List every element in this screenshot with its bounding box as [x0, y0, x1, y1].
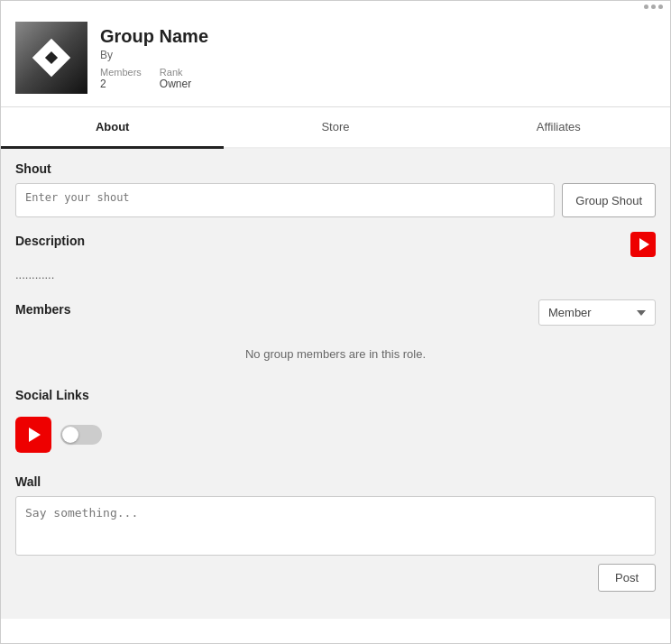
- group-info: Group Name By Members 2 Rank Owner: [100, 26, 208, 90]
- members-label: Members: [100, 67, 142, 78]
- top-bar: [1, 1, 670, 13]
- description-title: Description: [15, 234, 85, 248]
- logo-diamond: [32, 39, 70, 77]
- members-stat: Members 2: [100, 67, 142, 90]
- post-button[interactable]: Post: [598, 564, 656, 592]
- group-header: Group Name By Members 2 Rank Owner: [1, 13, 670, 107]
- description-youtube-button[interactable]: [630, 232, 656, 257]
- shout-title: Shout: [15, 161, 656, 176]
- social-links-row: [15, 409, 656, 460]
- description-header: Description: [15, 232, 656, 257]
- wall-section: Wall Post: [15, 474, 656, 592]
- youtube-play-icon: [639, 238, 649, 251]
- dot-1: [644, 5, 648, 9]
- no-members-text: No group members are in this role.: [15, 335, 656, 373]
- tab-about[interactable]: About: [1, 107, 224, 149]
- description-section: Description ............: [15, 232, 656, 285]
- social-toggle[interactable]: [60, 425, 102, 445]
- dot-3: [658, 5, 663, 9]
- members-header: Members Member Owner Admin: [15, 299, 656, 326]
- group-shout-button[interactable]: Group Shout: [562, 183, 656, 217]
- social-links-section: Social Links: [15, 388, 656, 460]
- members-title: Members: [15, 302, 70, 317]
- members-section: Members Member Owner Admin No group memb…: [15, 299, 656, 373]
- toggle-knob: [62, 427, 78, 443]
- group-name: Group Name: [100, 26, 208, 47]
- app-window: Group Name By Members 2 Rank Owner About…: [0, 0, 671, 644]
- shout-row: Group Shout: [15, 183, 656, 217]
- wall-input[interactable]: [15, 496, 656, 556]
- youtube-social-icon: [29, 428, 41, 442]
- tab-affiliates[interactable]: Affiliates: [447, 107, 670, 149]
- wall-footer: Post: [15, 564, 656, 592]
- group-stats: Members 2 Rank Owner: [100, 67, 208, 90]
- logo-center: [45, 51, 58, 64]
- role-dropdown[interactable]: Member Owner Admin: [538, 299, 656, 326]
- youtube-social-button[interactable]: [15, 417, 51, 453]
- shout-input[interactable]: [15, 183, 555, 217]
- wall-title: Wall: [15, 474, 656, 489]
- main-content: Shout Group Shout Description ..........…: [1, 149, 670, 619]
- members-value: 2: [100, 78, 106, 90]
- social-links-title: Social Links: [15, 388, 656, 402]
- dot-2: [651, 5, 656, 9]
- description-text: ............: [15, 264, 656, 285]
- rank-stat: Rank Owner: [160, 67, 191, 90]
- tab-bar: About Store Affiliates: [1, 107, 670, 149]
- rank-value: Owner: [160, 78, 191, 90]
- shout-section: Shout Group Shout: [15, 161, 656, 217]
- rank-label: Rank: [160, 67, 183, 78]
- group-logo: [15, 22, 87, 94]
- group-by: By: [100, 49, 208, 61]
- tab-store[interactable]: Store: [224, 107, 446, 149]
- window-dots: [644, 5, 663, 9]
